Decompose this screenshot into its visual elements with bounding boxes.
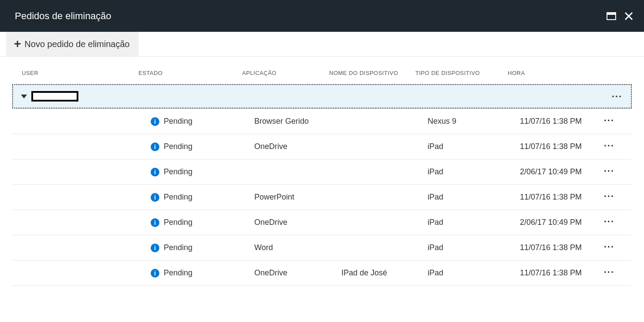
status-text: Pending [164, 193, 192, 202]
info-icon: i [151, 269, 159, 278]
close-icon[interactable] [624, 11, 634, 21]
cell-device-type: iPad [428, 142, 520, 151]
blade-title: Pedidos de eliminação [15, 10, 111, 22]
col-header-aplicacao[interactable]: APLICAÇÃO [242, 70, 329, 76]
cell-app: OneDrive [254, 268, 341, 278]
cell-app: OneDrive [254, 218, 341, 227]
maximize-icon[interactable] [607, 11, 616, 21]
info-icon: i [151, 218, 159, 227]
info-icon: i [151, 142, 159, 151]
cell-device-type: iPad [428, 167, 520, 176]
status-text: Pending [164, 268, 192, 278]
col-header-user[interactable]: USER [22, 70, 138, 76]
col-header-hora[interactable]: HORA [508, 70, 605, 76]
row-more-icon[interactable]: ··· [604, 115, 614, 126]
cell-actions: ··· [593, 218, 614, 227]
cell-time: 11/07/16 1:38 PM [520, 193, 593, 202]
cell-app: Browser Gerido [254, 117, 341, 126]
info-icon: i [151, 117, 159, 126]
cell-device-type: iPad [428, 268, 520, 278]
caret-down-icon[interactable] [21, 95, 27, 98]
new-wipe-request-button[interactable]: + Novo pedido de eliminação [6, 32, 138, 56]
row-more-icon[interactable]: ··· [604, 241, 614, 252]
group-row[interactable]: ··· [12, 84, 632, 108]
user-redacted-box [31, 91, 78, 102]
table-row[interactable]: iPendingOneDriveIPad de JoséiPad11/07/16… [12, 261, 632, 286]
col-header-tipo[interactable]: TIPO DE DISPOSITIVO [415, 70, 508, 76]
col-header-actions [605, 70, 627, 76]
table-row[interactable]: iPendingOneDriveiPad11/07/16 1:38 PM··· [12, 134, 632, 159]
table-row[interactable]: iPendingiPad2/06/17 10:49 PM··· [12, 159, 632, 185]
cell-actions: ··· [593, 243, 614, 252]
row-more-icon[interactable]: ··· [604, 191, 614, 202]
cell-device-type: Nexus 9 [428, 117, 520, 126]
cell-status: iPending [151, 142, 254, 151]
blade-header: Pedidos de eliminação [0, 0, 644, 32]
cell-status: iPending [151, 243, 254, 252]
info-icon: i [151, 244, 159, 252]
status-text: Pending [164, 167, 192, 176]
group-row-left [21, 91, 78, 102]
table-row[interactable]: iPendingPowerPointiPad11/07/16 1:38 PM··… [12, 185, 632, 210]
cell-device-name: IPad de José [341, 268, 428, 278]
col-header-dispositivo[interactable]: NOME DO DISPOSITIVO [329, 70, 415, 76]
cell-actions: ··· [593, 268, 614, 278]
cell-time: 11/07/16 1:38 PM [520, 243, 593, 252]
group-row-more-icon[interactable]: ··· [612, 94, 622, 99]
info-icon: i [151, 193, 159, 202]
col-header-estado[interactable]: ESTADO [138, 70, 242, 76]
cell-status: iPending [151, 268, 254, 278]
plus-icon: + [14, 38, 21, 50]
cell-status: iPending [151, 117, 254, 126]
cell-app: PowerPoint [254, 193, 341, 202]
row-more-icon[interactable]: ··· [604, 140, 614, 151]
cell-device-type: iPad [428, 193, 520, 202]
cell-actions: ··· [593, 117, 614, 126]
cell-actions: ··· [593, 142, 614, 151]
cell-time: 2/06/17 10:49 PM [520, 167, 593, 176]
status-text: Pending [164, 117, 192, 126]
table-body: iPendingBrowser GeridoNexus 911/07/16 1:… [0, 108, 644, 286]
table-row[interactable]: iPendingBrowser GeridoNexus 911/07/16 1:… [12, 108, 632, 134]
status-text: Pending [164, 142, 192, 151]
row-more-icon[interactable]: ··· [604, 216, 614, 227]
cell-app: OneDrive [254, 142, 341, 151]
cell-time: 2/06/17 10:49 PM [520, 218, 593, 227]
row-more-icon[interactable]: ··· [604, 267, 614, 278]
info-icon: i [151, 168, 159, 176]
status-text: Pending [164, 218, 192, 227]
cell-actions: ··· [593, 167, 614, 176]
svg-rect-1 [607, 13, 616, 15]
cell-status: iPending [151, 193, 254, 202]
row-more-icon[interactable]: ··· [604, 166, 614, 176]
table-header-row: USER ESTADO APLICAÇÃO NOME DO DISPOSITIV… [0, 70, 644, 84]
status-text: Pending [164, 243, 192, 252]
table-row[interactable]: iPendingWordiPad11/07/16 1:38 PM··· [12, 235, 632, 261]
cell-time: 11/07/16 1:38 PM [520, 117, 593, 126]
new-wipe-request-label: Novo pedido de eliminação [24, 39, 129, 49]
cell-device-type: iPad [428, 243, 520, 252]
toolbar: + Novo pedido de eliminação [0, 32, 644, 57]
close-icon-svg [624, 12, 633, 20]
cell-actions: ··· [593, 193, 614, 202]
cell-app: Word [254, 243, 341, 252]
content-area: USER ESTADO APLICAÇÃO NOME DO DISPOSITIV… [0, 57, 644, 286]
header-actions [607, 11, 634, 21]
cell-device-type: iPad [428, 218, 520, 227]
table-row[interactable]: iPendingOneDriveiPad2/06/17 10:49 PM··· [12, 210, 632, 235]
cell-time: 11/07/16 1:38 PM [520, 268, 593, 278]
cell-time: 11/07/16 1:38 PM [520, 142, 593, 151]
cell-status: iPending [151, 167, 254, 176]
maximize-icon-svg [607, 12, 616, 20]
cell-status: iPending [151, 218, 254, 227]
